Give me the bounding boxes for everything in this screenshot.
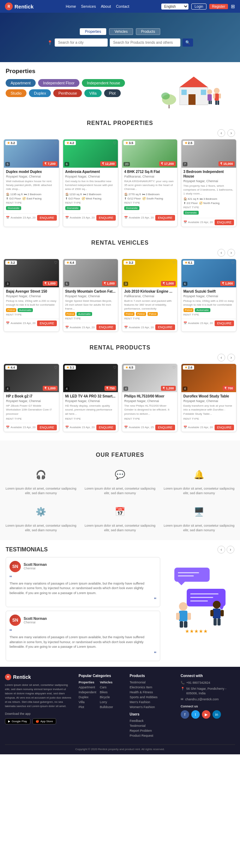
prop-next-btn[interactable]: › — [227, 129, 235, 137]
footer-user-2[interactable]: Testimonial — [130, 724, 175, 728]
nav-about[interactable]: About — [101, 4, 111, 8]
property-card-1-body: Duplex model Duplex Royapet Nagar, Chenn… — [4, 168, 59, 213]
hero-tab-products[interactable]: Products — [136, 28, 160, 35]
property-card-2-loc: Royapet Nagar, Chennai — [65, 175, 116, 178]
search-button[interactable]: 🔍 — [182, 38, 193, 47]
youtube-btn[interactable]: ▶ — [202, 710, 210, 719]
prop-prev-btn[interactable]: ‹ — [217, 129, 225, 137]
nav-home[interactable]: Home — [66, 4, 76, 8]
v1-enquire-btn[interactable]: ENQUIRE — [37, 321, 56, 326]
google-play-badge[interactable]: ▶ Google Play — [5, 718, 30, 724]
product-card-1-price: ₹ 1,000 — [43, 386, 57, 391]
property-card-4-img: ★2.5 ₹ 15,000 7 ♡ — [181, 139, 236, 168]
language-dropdown[interactable]: English Tamil Hindi Malayalam Telugu — [161, 4, 188, 10]
footer-veh-2[interactable]: Bikes — [100, 690, 113, 694]
footer-user-1[interactable]: Feedback — [130, 719, 175, 723]
pr2-enquire-btn[interactable]: ENQUIRE — [96, 425, 116, 430]
testimonial-1-info: Scott Norman Chennai — [24, 563, 47, 570]
p1-sqft: 🏠 1195 sq ft — [6, 193, 23, 196]
test-next-btn[interactable]: › — [227, 546, 234, 553]
tag-apartment[interactable]: Appartment — [6, 79, 36, 87]
tag-villa[interactable]: Villa — [84, 89, 102, 97]
pr1-enquire-btn[interactable]: ENQUIRE — [37, 425, 56, 430]
property-card-1-heart[interactable]: ♡ — [54, 141, 58, 145]
pr3-enquire-btn[interactable]: ENQUIRE — [155, 425, 175, 430]
register-button[interactable]: Register — [209, 4, 228, 9]
testimonials-svg: ★★★★★ — [167, 564, 231, 635]
footer-veh-1[interactable]: Cars — [100, 686, 113, 689]
prod-prev-btn[interactable]: ‹ — [217, 354, 225, 361]
vehicle-card-2-heart[interactable]: ♡ — [113, 261, 116, 265]
search-products-input[interactable] — [110, 38, 180, 47]
twitter-btn[interactable]: t — [191, 710, 200, 719]
footer-prop-3[interactable]: Duplex — [79, 695, 96, 699]
footer-prop-5[interactable]: Plot — [79, 705, 96, 709]
tag-indhouse[interactable]: Independent house — [82, 79, 125, 87]
hero-tab-vehicles[interactable]: Vehicles — [109, 28, 133, 35]
property-card-3-heart[interactable]: ♡ — [172, 141, 176, 145]
prop-tags-container: Properties Appartment Independent Floor … — [6, 68, 148, 110]
tag-duplex[interactable]: Duplex — [29, 89, 51, 97]
product-card-1-body: HP z Book g2 i7 Royapet Nagar, Chennai H… — [4, 392, 59, 423]
property-card-4-heart[interactable]: ♡ — [231, 141, 235, 145]
footer-users-ul: Feedback Testimonial Report Problem Prod… — [130, 719, 175, 737]
tag-studio[interactable]: Studio — [6, 89, 26, 97]
login-button[interactable]: Login — [191, 4, 206, 10]
product-card-2-heart[interactable]: ♡ — [113, 365, 116, 370]
veh-prev-btn[interactable]: ‹ — [217, 249, 225, 257]
tag-penthouse[interactable]: Penthouse — [53, 89, 82, 97]
svg-rect-3 — [181, 90, 187, 95]
footer-prod-3[interactable]: Health & Fitness — [130, 690, 175, 694]
p3-enquire-btn[interactable]: ENQUIRE — [155, 215, 175, 221]
product-card-1-heart[interactable]: ♡ — [54, 365, 58, 370]
vehicle-card-1-heart[interactable]: ♡ — [54, 261, 58, 265]
footer-veh-4[interactable]: Lorry — [100, 700, 113, 704]
prod-next-btn[interactable]: › — [227, 354, 235, 361]
footer-prop-1[interactable]: Appartment — [79, 686, 96, 689]
footer-prod-2[interactable]: Electronics Item — [130, 686, 175, 689]
nav-contact[interactable]: Contact — [116, 4, 129, 8]
property-card-1-meta2: ⬆ G/2 Floor 🧭 East Facing — [6, 197, 57, 200]
product-card-4-heart[interactable]: ♡ — [231, 365, 235, 370]
hero-tab-properties[interactable]: Properties — [80, 28, 107, 35]
grid-icon[interactable]: ⊞ — [231, 4, 235, 9]
p4-enquire-btn[interactable]: ENQUIRE — [215, 220, 234, 225]
vehicle-card-3-heart[interactable]: ♡ — [172, 261, 176, 265]
property-card-2-heart[interactable]: ♡ — [113, 141, 116, 145]
footer-user-3[interactable]: Report Problem — [130, 729, 175, 732]
footer-veh-5[interactable]: Bulldozer — [100, 705, 113, 709]
nav-services[interactable]: Services — [81, 4, 96, 8]
veh-next-btn[interactable]: › — [227, 249, 235, 257]
footer-logo-icon: R — [5, 674, 11, 680]
vehicle-card-3-price: ₹ 1,000 — [161, 281, 175, 286]
svg-rect-13 — [209, 101, 210, 104]
pr4-enquire-btn[interactable]: ENQUIRE — [215, 425, 234, 430]
footer-prod-1[interactable]: Testimonial — [130, 681, 175, 684]
p1-enquire-btn[interactable]: ENQUIRE — [37, 215, 56, 221]
footer-user-4[interactable]: Product Request — [130, 734, 175, 737]
facebook-btn[interactable]: f — [181, 710, 189, 719]
product-card-3-heart[interactable]: ♡ — [172, 365, 176, 370]
test-prev-btn[interactable]: ‹ — [217, 546, 225, 553]
language-select[interactable]: English Tamil Hindi Malayalam Telugu — [161, 4, 188, 10]
footer-prod-4[interactable]: Sports and Hobbies — [130, 695, 175, 699]
tag-plot[interactable]: Plot — [104, 89, 121, 97]
brand-name: Rentick — [14, 4, 34, 10]
footer-prop-2[interactable]: Independent — [79, 690, 96, 694]
footer-prod-5[interactable]: Men's Fashion — [130, 700, 175, 704]
v3-enquire-btn[interactable]: ENQUIRE — [155, 324, 175, 330]
search-city-input[interactable] — [55, 38, 108, 47]
tag-indfloor[interactable]: Independent Floor — [38, 79, 79, 87]
vehicle-card-2-price: ₹ 1,000 — [102, 281, 116, 286]
footer-prod-6[interactable]: Women's Fashion — [130, 705, 175, 709]
testimonials-section: TESTIMONIALS ‹ › SN Scott Norman Chennai… — [0, 540, 240, 667]
p2-enquire-btn[interactable]: ENQUIRE — [96, 215, 116, 221]
vehicle-card-4-heart[interactable]: ♡ — [231, 261, 235, 265]
v4-enquire-btn[interactable]: ENQUIRE — [215, 321, 234, 326]
footer-prop-4[interactable]: Villa — [79, 700, 96, 704]
property-card-3-rating: ★3.5 — [124, 141, 135, 145]
linkedin-btn[interactable]: in — [212, 710, 221, 719]
v2-enquire-btn[interactable]: ENQUIRE — [96, 324, 116, 330]
app-store-badge[interactable]: 🍎 App Store — [32, 718, 56, 724]
footer-veh-3[interactable]: Bicycle — [100, 695, 113, 699]
